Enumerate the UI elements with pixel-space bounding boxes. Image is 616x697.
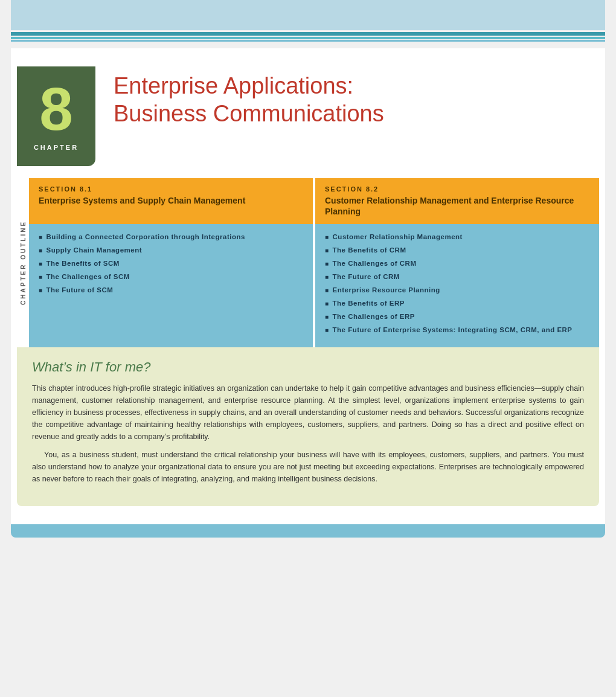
- whats-in-it-section: What’s in IT for me? This chapter introd…: [17, 347, 599, 506]
- bullet-icon: ■: [325, 246, 329, 254]
- section1-number: SECTION 8.1: [39, 185, 303, 193]
- list-item: ■ The Future of CRM: [325, 272, 589, 281]
- list-item: ■ The Benefits of CRM: [325, 246, 589, 255]
- section2-title: Customer Relationship Management and Ent…: [325, 195, 589, 217]
- bullet-icon: ■: [39, 273, 43, 281]
- section1-content: ■ Building a Connected Corporation throu…: [29, 224, 314, 347]
- bullet-icon: ■: [325, 233, 329, 241]
- list-item: ■ The Future of SCM: [39, 286, 303, 295]
- whats-in-it-paragraph1: This chapter introduces high-profile str…: [32, 382, 584, 443]
- list-item: ■ Building a Connected Corporation throu…: [39, 233, 303, 242]
- bullet-icon: ■: [325, 260, 329, 268]
- section2-number: SECTION 8.2: [325, 185, 589, 193]
- bullet-icon: ■: [39, 246, 43, 254]
- bullet-icon: ■: [325, 300, 329, 307]
- list-item: ■ The Challenges of CRM: [325, 259, 589, 268]
- main-content: 8 CHAPTER Enterprise Applications: Busin…: [11, 48, 605, 524]
- chapter-label: CHAPTER: [34, 144, 79, 151]
- chapter-number: 8: [39, 79, 73, 139]
- section-headers-row: SECTION 8.1 Enterprise Systems and Suppl…: [29, 178, 599, 224]
- bullet-icon: ■: [39, 286, 43, 294]
- section-content-row: ■ Building a Connected Corporation throu…: [29, 224, 599, 347]
- chapter-number-block: 8 CHAPTER: [17, 66, 95, 166]
- bullet-icon: ■: [39, 260, 43, 268]
- chapter-header: 8 CHAPTER Enterprise Applications: Busin…: [17, 48, 605, 178]
- list-item: ■ The Future of Enterprise Systems: Inte…: [325, 326, 589, 335]
- section1-title: Enterprise Systems and Supply Chain Mana…: [39, 195, 303, 206]
- whats-in-it-paragraph2: You, as a business student, must underst…: [32, 449, 584, 485]
- section2-header: SECTION 8.2 Customer Relationship Manage…: [314, 178, 599, 224]
- list-item: ■ Customer Relationship Management: [325, 233, 589, 242]
- list-item: ■ Enterprise Resource Planning: [325, 286, 589, 295]
- top-decorative-bars: [0, 0, 616, 48]
- chapter-title: Enterprise Applications: Business Commun…: [114, 72, 384, 127]
- section2-content: ■ Customer Relationship Management ■ The…: [314, 224, 599, 347]
- list-item: ■ The Challenges of ERP: [325, 312, 589, 321]
- chapter-outline-label: CHAPTER OUTLINE: [17, 178, 29, 347]
- list-item: ■ The Benefits of SCM: [39, 259, 303, 268]
- whats-in-it-title: What’s in IT for me?: [32, 359, 584, 375]
- sections-grid: SECTION 8.1 Enterprise Systems and Suppl…: [29, 178, 599, 347]
- bullet-icon: ■: [39, 233, 43, 241]
- list-item: ■ Supply Chain Management: [39, 246, 303, 255]
- bullet-icon: ■: [325, 273, 329, 281]
- sections-container: CHAPTER OUTLINE SECTION 8.1 Enterprise S…: [17, 178, 599, 347]
- list-item: ■ The Benefits of ERP: [325, 299, 589, 308]
- bullet-icon: ■: [325, 286, 329, 294]
- list-item: ■ The Challenges of SCM: [39, 272, 303, 281]
- bullet-icon: ■: [325, 313, 329, 321]
- bullet-icon: ■: [325, 326, 329, 334]
- bottom-decorative-bar: [11, 524, 605, 538]
- section1-header: SECTION 8.1 Enterprise Systems and Suppl…: [29, 178, 314, 224]
